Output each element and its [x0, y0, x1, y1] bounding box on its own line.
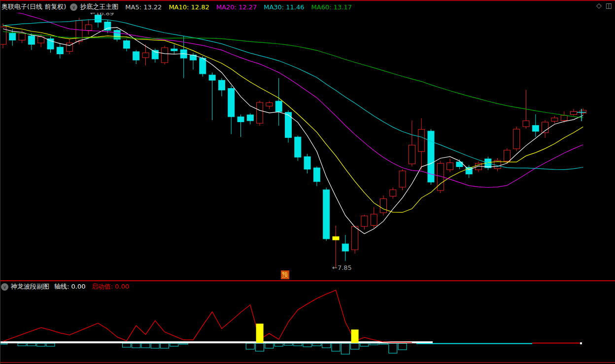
collapse-chevron-icon[interactable]: ∨ — [70, 3, 77, 11]
sub-indicator-title[interactable]: 神龙波段副图 — [11, 282, 49, 291]
low-price-annotation: ←7.85 — [332, 264, 352, 271]
diamond-icon[interactable]: ◇ — [596, 1, 602, 9]
window-left-border — [0, 0, 0, 364]
alert-badge: 预 — [281, 270, 289, 279]
stock-title: 奥联电子(日线 前复权) — [1, 2, 66, 11]
ma10-legend: MA10: 12.82 — [169, 3, 209, 11]
main-indicator-title[interactable]: 抄底之王主图 — [80, 2, 118, 11]
panel-divider[interactable] — [0, 280, 615, 281]
collapse-chevron-icon[interactable]: ∨ — [1, 283, 8, 291]
price-and-indicator-chart[interactable] — [0, 0, 615, 364]
window-bottom-border — [0, 362, 615, 363]
trigger-value: 启动值: 0.00 — [91, 282, 129, 291]
main-chart-toolbar: 奥联电子(日线 前复权) ∨ 抄底之王主图 MA5: 13.22 MA10: 1… — [0, 0, 615, 13]
split-window-icon[interactable]: ◫ — [606, 1, 612, 9]
ma60-legend: MA60: 13.17 — [311, 3, 352, 11]
axis-line-value: 轴线: 0.00 — [54, 282, 85, 291]
ma5-legend: MA5: 13.22 — [125, 3, 162, 11]
sub-chart-toolbar: ∨ 神龙波段副图 轴线: 0.00 启动值: 0.00 — [0, 282, 615, 291]
ma30-legend: MA30: 11.46 — [264, 3, 304, 11]
ma20-legend: MA20: 12.27 — [216, 3, 257, 11]
